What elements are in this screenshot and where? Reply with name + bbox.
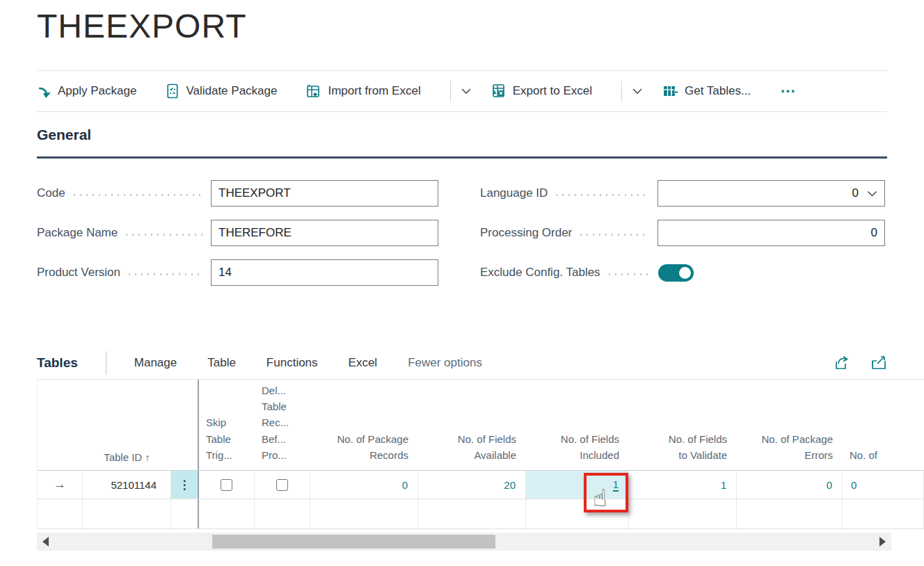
header-delete-table-records[interactable]: Del... Table Rec... Bef... Pro...	[255, 380, 310, 470]
skip-table-trigger-cell	[199, 471, 255, 499]
header-skip-table-trigger[interactable]: Skip Table Trig...	[199, 380, 255, 470]
dotted-leader	[129, 273, 202, 275]
row-options-button[interactable]: ⋮	[171, 471, 199, 499]
empty-cell	[843, 499, 924, 528]
language-id-field-row: Language ID 0	[480, 180, 885, 207]
menu-functions[interactable]: Functions	[266, 356, 318, 370]
import-from-excel-button[interactable]: Import from Excel	[306, 83, 420, 99]
horizontal-scrollbar[interactable]	[37, 533, 891, 551]
export-split-chevron-button[interactable]	[632, 88, 643, 95]
package-name-label: Package Name	[37, 226, 118, 240]
exclude-config-tables-toggle[interactable]	[658, 264, 694, 282]
toggle-knob	[679, 267, 691, 279]
dotted-leader	[556, 194, 649, 196]
sort-ascending-icon: ↑	[145, 451, 150, 463]
tables-heading[interactable]: Tables	[37, 355, 78, 371]
dotted-leader	[609, 273, 650, 275]
general-heading[interactable]: General	[37, 127, 91, 143]
action-bar: Apply Package Validate Package Import fr…	[37, 70, 887, 112]
processing-order-label: Processing Order	[480, 226, 572, 240]
empty-cell	[418, 499, 526, 528]
toolbar-divider	[450, 81, 451, 102]
dotted-leader	[74, 194, 202, 196]
empty-cell	[38, 499, 83, 528]
product-version-field-row: Product Version	[37, 259, 438, 286]
import-excel-icon	[306, 83, 321, 99]
more-options-button[interactable]: ⋯	[780, 82, 797, 100]
language-id-label: Language ID	[480, 186, 548, 200]
get-tables-label: Get Tables...	[685, 84, 751, 98]
import-split-chevron-button[interactable]	[461, 88, 472, 95]
chevron-down-icon	[867, 191, 877, 197]
processing-order-input[interactable]	[658, 220, 885, 246]
dotted-leader	[580, 234, 649, 236]
header-truncated[interactable]: No. of	[843, 380, 924, 470]
header-fields-included[interactable]: No. of Fields Included	[526, 380, 629, 470]
table-id-header-label: Table ID	[104, 451, 142, 463]
package-records-cell[interactable]: 0	[310, 471, 418, 499]
validate-package-button[interactable]: Validate Package	[166, 83, 277, 99]
apply-package-button[interactable]: Apply Package	[37, 84, 136, 99]
fields-available-cell[interactable]: 20	[418, 471, 526, 499]
get-tables-button[interactable]: Get Tables...	[662, 84, 751, 99]
scrollbar-thumb[interactable]	[212, 535, 495, 549]
share-icon[interactable]	[834, 355, 851, 371]
table-row: → 52101144 ⋮ 0 20 1 1 0 0	[38, 471, 924, 499]
fewer-options-button[interactable]: Fewer options	[408, 356, 482, 370]
chevron-down-icon	[632, 88, 643, 95]
product-version-input[interactable]	[211, 259, 438, 286]
tables-section-header: Tables Manage Table Functions Excel Fewe…	[37, 348, 887, 378]
header-package-records[interactable]: No. of Package Records	[310, 380, 418, 470]
validate-document-icon	[166, 83, 180, 99]
header-table-id[interactable]: Table ID ↑	[83, 380, 171, 470]
header-row-menu	[171, 380, 199, 470]
tables-header-icons	[834, 355, 887, 371]
empty-cell	[199, 499, 255, 528]
language-id-select[interactable]: 0	[658, 180, 885, 207]
empty-cell	[171, 499, 199, 528]
click-highlight-box: ☝	[584, 473, 628, 512]
empty-cell	[83, 499, 171, 528]
hand-cursor-icon: ☝	[593, 484, 607, 512]
package-name-field-row: Package Name	[37, 220, 438, 246]
export-to-excel-button[interactable]: Export to Excel	[491, 83, 592, 99]
import-from-excel-label: Import from Excel	[328, 84, 420, 98]
processing-order-field-row: Processing Order	[480, 220, 885, 246]
get-tables-icon	[662, 84, 678, 99]
config-package-page: THEEXPORT Apply Package Validate Package	[0, 0, 924, 566]
apply-package-label: Apply Package	[58, 84, 136, 98]
code-label: Code	[37, 186, 65, 200]
scroll-left-button[interactable]	[42, 537, 49, 547]
focus-mode-icon[interactable]	[870, 355, 887, 371]
export-to-excel-label: Export to Excel	[513, 84, 592, 98]
menu-table[interactable]: Table	[207, 356, 236, 370]
menu-divider	[106, 351, 106, 375]
menu-excel[interactable]: Excel	[349, 356, 378, 370]
product-version-label: Product Version	[37, 266, 120, 280]
code-field-row: Code	[37, 180, 438, 207]
truncated-value-cell[interactable]: 0	[843, 471, 924, 499]
empty-cell	[737, 499, 843, 528]
table-id-cell[interactable]: 52101144	[83, 471, 171, 499]
header-package-errors[interactable]: No. of Package Errors	[737, 380, 843, 470]
header-fields-available[interactable]: No. of Fields Available	[418, 380, 526, 470]
empty-cell	[629, 499, 737, 528]
scroll-right-button[interactable]	[879, 537, 886, 547]
skip-table-trigger-checkbox[interactable]	[221, 479, 232, 491]
toolbar-divider	[621, 81, 622, 102]
exclude-config-tables-label: Exclude Config. Tables	[480, 266, 600, 280]
header-fields-to-validate[interactable]: No. of Fields to Validate	[629, 380, 737, 470]
code-input[interactable]	[211, 180, 438, 207]
chevron-down-icon	[461, 88, 472, 95]
menu-manage[interactable]: Manage	[134, 356, 177, 370]
apply-arrow-icon	[37, 84, 51, 99]
tables-grid: Table ID ↑ Skip Table Trig... Del... Tab…	[37, 379, 924, 529]
package-name-input[interactable]	[211, 220, 438, 246]
header-row-marker	[38, 380, 83, 470]
package-errors-cell[interactable]: 0	[737, 471, 843, 499]
fields-to-validate-cell[interactable]: 1	[629, 471, 737, 499]
delete-table-records-checkbox[interactable]	[276, 479, 288, 491]
exclude-config-field-row: Exclude Config. Tables	[480, 259, 694, 286]
export-excel-icon	[491, 83, 507, 99]
language-id-value: 0	[852, 186, 859, 200]
